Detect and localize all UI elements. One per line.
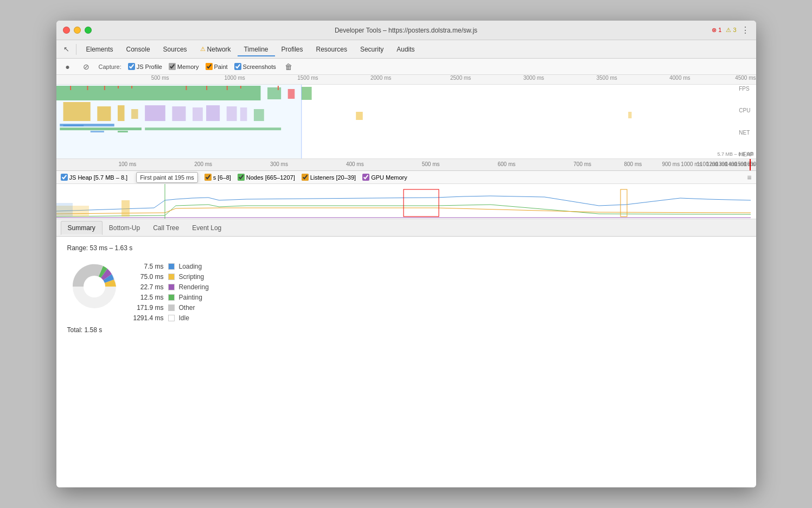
stat-idle: 1291.4 ms Idle: [132, 314, 209, 322]
pie-svg: [67, 259, 122, 314]
screenshots-checkbox[interactable]: Screenshots: [234, 63, 276, 70]
cpu-label: CPU: [739, 107, 753, 113]
memory-marker-box: [404, 189, 439, 217]
legend-documents-checkbox[interactable]: [204, 174, 212, 181]
titlebar-right: ⊗ 1 ⚠ 3 ⋮: [712, 25, 749, 35]
end-marker: [750, 159, 751, 170]
overview-panel[interactable]: 500 ms 1000 ms 1500 ms 2000 ms 2500 ms 3…: [56, 75, 756, 159]
warn-network-icon: ⚠: [200, 46, 206, 53]
tick-800ms: 800 ms: [624, 161, 642, 167]
error-count: ⊗ 1: [712, 27, 721, 34]
heap-range: 5.7 MB – 8.8 MB: [717, 151, 753, 157]
tick-4500ms: 4500 ms: [735, 75, 756, 81]
tick-3000ms: 3000 ms: [523, 75, 544, 81]
minimize-button[interactable]: [74, 27, 81, 34]
memory-input[interactable]: [169, 63, 176, 70]
net-label: NET: [739, 130, 753, 136]
tab-sources[interactable]: Sources: [157, 43, 194, 56]
close-button[interactable]: [63, 27, 70, 34]
tab-bottom-up[interactable]: Bottom-Up: [103, 221, 146, 234]
loading-block: [56, 203, 73, 217]
pie-chart: [67, 259, 122, 314]
legend-bar: JS Heap [5.7 MB – 8.] First paint at 195…: [56, 171, 756, 184]
memory-svg: [56, 184, 756, 219]
nav-toolbar: ↖ Elements Console Sources ⚠ Network Tim…: [56, 40, 756, 59]
paint-input[interactable]: [206, 63, 213, 70]
titlebar: Developer Tools – https://posters.dolstr…: [56, 21, 756, 40]
tab-resources[interactable]: Resources: [310, 43, 354, 56]
more-menu-icon[interactable]: ⋮: [741, 25, 750, 35]
nav-tabs: Elements Console Sources ⚠ Network Timel…: [80, 43, 421, 56]
window-title: Developer Tools – https://posters.dolstr…: [335, 27, 477, 34]
tab-console[interactable]: Console: [120, 43, 157, 56]
tab-elements[interactable]: Elements: [80, 43, 120, 56]
tick-700ms: 700 ms: [573, 161, 591, 167]
tick-400ms: 400 ms: [346, 161, 364, 167]
tab-call-tree[interactable]: Call Tree: [146, 221, 186, 234]
scripting-swatch: [168, 274, 175, 280]
overview-content: [56, 85, 737, 158]
svg-rect-3: [301, 87, 311, 100]
tick-1000ms: 1000 ms: [225, 75, 245, 81]
stop-icon[interactable]: ⊘: [80, 61, 92, 73]
timeline-area: 500 ms 1000 ms 1500 ms 2000 ms 2500 ms 3…: [56, 75, 756, 487]
paint-checkbox[interactable]: Paint: [206, 63, 228, 70]
record-icon[interactable]: ●: [62, 61, 74, 73]
legend-gpu-checkbox[interactable]: [362, 174, 369, 181]
overview-ruler: 500 ms 1000 ms 1500 ms 2000 ms 2500 ms 3…: [56, 75, 756, 85]
fps-label: FPS: [739, 86, 753, 92]
legend-nodes[interactable]: Nodes [665–1207]: [238, 174, 295, 181]
memory-graph[interactable]: [56, 184, 756, 219]
clear-icon[interactable]: 🗑: [285, 62, 292, 71]
legend-listeners[interactable]: Listeners [20–39]: [302, 174, 356, 181]
legend-js-heap-checkbox[interactable]: [61, 174, 68, 181]
legend-expand-icon[interactable]: ≡: [747, 173, 751, 182]
idle-swatch: [168, 315, 175, 321]
legend-nodes-checkbox[interactable]: [238, 174, 245, 181]
capture-label: Capture:: [99, 63, 122, 70]
warn-count: ⚠ 3: [726, 27, 736, 34]
painting-swatch: [168, 294, 175, 301]
capture-bar: ● ⊘ Capture: JS Profile Memory Paint Scr…: [56, 59, 756, 75]
tick-2000ms: 2000 ms: [370, 75, 391, 81]
tick-600ms: 600 ms: [498, 161, 516, 167]
legend-listeners-checkbox[interactable]: [302, 174, 309, 181]
js-profile-checkbox[interactable]: JS Profile: [128, 63, 162, 70]
legend-js-heap[interactable]: JS Heap [5.7 MB – 8.]: [61, 174, 128, 181]
tab-network[interactable]: ⚠ Network: [194, 43, 238, 56]
screenshots-input[interactable]: [234, 63, 241, 70]
stat-painting: 12.5 ms Painting: [132, 294, 209, 301]
legend-documents[interactable]: s [6–8]: [204, 174, 231, 181]
range-text: Range: 53 ms – 1.63 s: [67, 244, 745, 252]
stat-scripting: 75.0 ms Scripting: [132, 273, 209, 281]
separator: [76, 44, 76, 55]
overview-svg: [56, 85, 737, 158]
tick-4000ms: 4000 ms: [669, 75, 690, 81]
ruler-ticks: 500 ms 1000 ms 1500 ms 2000 ms 2500 ms 3…: [92, 75, 756, 84]
other-swatch: [168, 304, 175, 311]
tab-timeline[interactable]: Timeline: [238, 43, 275, 56]
tab-audits[interactable]: Audits: [390, 43, 421, 56]
tab-security[interactable]: Security: [354, 43, 390, 56]
scripting-peak: [122, 200, 130, 217]
tick-100ms: 100 ms: [119, 161, 137, 167]
stat-other: 171.9 ms Other: [132, 304, 209, 312]
js-profile-input[interactable]: [128, 63, 135, 70]
tab-summary[interactable]: Summary: [61, 221, 103, 235]
maximize-button[interactable]: [85, 27, 92, 34]
cursor-icon[interactable]: ↖: [61, 43, 73, 55]
tick-900ms: 900 ms: [662, 161, 680, 167]
summary-content: 7.5 ms Loading 75.0 ms Scripting 22.7 ms…: [67, 259, 745, 322]
selected-range: [56, 85, 302, 158]
right-labels: FPS CPU NET HEAP: [739, 85, 753, 158]
window-controls: [63, 27, 92, 34]
memory-checkbox[interactable]: Memory: [169, 63, 199, 70]
timeline-ruler: 100 ms 200 ms 300 ms 400 ms 500 ms 600 m…: [56, 159, 756, 171]
stat-rendering: 22.7 ms Rendering: [132, 283, 209, 291]
summary-panel: Range: 53 ms – 1.63 s: [56, 237, 756, 487]
tab-profiles[interactable]: Profiles: [275, 43, 310, 56]
rendering-swatch: [168, 284, 175, 290]
legend-gpu[interactable]: GPU Memory: [362, 174, 407, 181]
tab-event-log[interactable]: Event Log: [186, 221, 228, 234]
summary-stats: 7.5 ms Loading 75.0 ms Scripting 22.7 ms…: [132, 263, 209, 322]
